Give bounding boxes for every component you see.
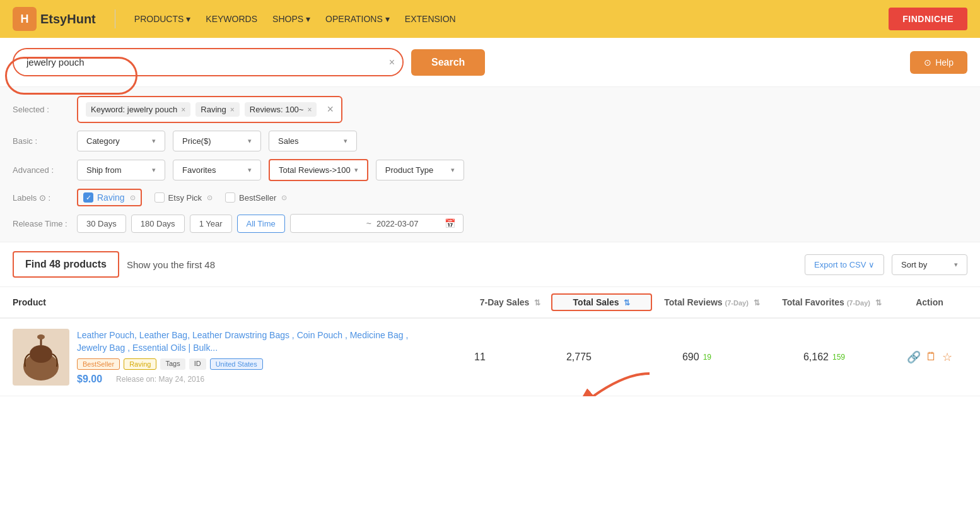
total-sales-sort-icon: ⇅ bbox=[624, 298, 630, 307]
bestseller-label-item: BestSeller ⊙ bbox=[225, 192, 287, 203]
nav-extension[interactable]: EXTENSION bbox=[405, 14, 456, 24]
reviews-badge: 19 bbox=[703, 353, 711, 362]
bestseller-info-icon: ⊙ bbox=[281, 194, 287, 202]
labels-label: Labels ⊙ : bbox=[13, 193, 69, 203]
tag-keyword-close[interactable]: × bbox=[181, 105, 185, 114]
product-action-buttons: 🔗 🗒 ☆ bbox=[892, 350, 967, 364]
favorites-select[interactable]: Favorites ▾ bbox=[173, 160, 261, 180]
release-time-label: Release Time : bbox=[13, 219, 69, 228]
nav-products[interactable]: PRODUCTS ▾ bbox=[134, 14, 191, 24]
etsy-pick-text: Etsy Pick bbox=[168, 193, 202, 203]
raving-label-item: Raving ⊙ bbox=[77, 189, 142, 206]
category-label: Category bbox=[86, 136, 120, 146]
raving-info-icon: ⊙ bbox=[130, 194, 136, 202]
export-csv-button[interactable]: Export to CSV ∨ bbox=[805, 254, 884, 275]
sales-select[interactable]: Sales ▾ bbox=[269, 131, 357, 151]
col-header-total-reviews[interactable]: Total Reviews (7-Day) ⇅ bbox=[652, 297, 772, 307]
favorites-count: 6,162 bbox=[803, 351, 829, 363]
bestseller-checkbox[interactable] bbox=[225, 192, 235, 203]
180days-button[interactable]: 180 Days bbox=[131, 215, 185, 233]
release-time-wrap: 30 Days 180 Days 1 Year All Time ~ 📅 bbox=[77, 214, 464, 233]
total-favorites-sort-icon: ⇅ bbox=[875, 298, 882, 307]
date-tilde: ~ bbox=[366, 218, 371, 228]
tag-keyword-text: Keyword: jewelry pouch bbox=[91, 105, 177, 114]
product-type-select[interactable]: Product Type ▾ bbox=[376, 160, 464, 180]
col-header-total-sales[interactable]: Total Sales ⇅ bbox=[551, 293, 652, 311]
col-header-total-favorites[interactable]: Total Favorites (7-Day) ⇅ bbox=[772, 297, 892, 307]
total-reviews-select[interactable]: Total Reviews->100 ▾ bbox=[269, 159, 368, 181]
logo-icon: H bbox=[13, 7, 37, 31]
sales-label: Sales bbox=[278, 136, 299, 146]
note-icon[interactable]: 🗒 bbox=[926, 350, 937, 364]
labels-row: Labels ⊙ : Raving ⊙ Etsy Pick ⊙ BestSell… bbox=[13, 189, 967, 206]
clear-search-icon[interactable]: × bbox=[389, 57, 395, 68]
total-reviews-arrow: ▾ bbox=[354, 166, 358, 174]
category-select[interactable]: Category ▾ bbox=[77, 131, 165, 151]
1year-button[interactable]: 1 Year bbox=[190, 215, 232, 233]
reviews-count: 690 bbox=[682, 351, 699, 363]
sort-by-select[interactable]: Sort by ▾ bbox=[892, 254, 967, 275]
product-7day-sales: 11 bbox=[439, 351, 521, 363]
product-title[interactable]: Leather Pouch, Leather Bag, Leather Draw… bbox=[77, 329, 431, 354]
ops-arrow: ▾ bbox=[385, 14, 390, 24]
product-tags: BestSeller Raving Tags ID United States bbox=[77, 358, 431, 370]
favorites-badge: 159 bbox=[832, 353, 845, 362]
etsy-pick-checkbox[interactable] bbox=[155, 192, 165, 203]
30days-button[interactable]: 30 Days bbox=[77, 215, 126, 233]
nav-links: PRODUCTS ▾ KEYWORDS SHOPS ▾ OPERATIONS ▾… bbox=[134, 14, 456, 24]
date-to-input[interactable] bbox=[376, 219, 440, 228]
product-image bbox=[16, 332, 66, 382]
tag-bestseller: BestSeller bbox=[77, 358, 120, 370]
results-description: Show you the first 48 bbox=[127, 259, 215, 270]
tag-raving: Raving bbox=[124, 358, 156, 370]
total-reviews-label: Total Reviews->100 bbox=[279, 165, 351, 175]
find-products-button[interactable]: Find 48 products bbox=[13, 251, 119, 278]
product-total-reviews: 690 19 bbox=[637, 351, 757, 363]
sort-by-label: Sort by bbox=[901, 260, 927, 269]
search-input[interactable] bbox=[14, 49, 402, 75]
etsy-pick-info-icon: ⊙ bbox=[207, 194, 213, 202]
price-select[interactable]: Price($) ▾ bbox=[173, 131, 261, 151]
selected-row: Selected : Keyword: jewelry pouch × Ravi… bbox=[13, 96, 967, 123]
help-button[interactable]: ⊙ Help bbox=[910, 51, 967, 74]
calendar-icon[interactable]: 📅 bbox=[445, 218, 455, 228]
tag-id: ID bbox=[189, 358, 206, 370]
search-button[interactable]: Search bbox=[411, 49, 485, 76]
link-icon[interactable]: 🔗 bbox=[907, 350, 921, 364]
date-range-wrap: ~ 📅 bbox=[290, 214, 464, 233]
brand-name: EtsyHunt bbox=[40, 12, 96, 27]
brand-logo[interactable]: H EtsyHunt bbox=[13, 7, 96, 31]
tag-raving-close[interactable]: × bbox=[230, 105, 235, 114]
nav-divider bbox=[115, 9, 115, 28]
selected-tag-reviews: Reviews: 100~ × bbox=[245, 102, 317, 117]
selected-tag-raving: Raving × bbox=[195, 102, 239, 117]
col-header-product: Product bbox=[13, 297, 469, 307]
product-info: Leather Pouch, Leather Bag, Leather Draw… bbox=[77, 329, 431, 384]
nav-keywords[interactable]: KEYWORDS bbox=[206, 14, 257, 24]
tag-reviews-close[interactable]: × bbox=[307, 105, 312, 114]
sort-by-arrow: ▾ bbox=[954, 261, 958, 269]
selected-tag-keyword: Keyword: jewelry pouch × bbox=[86, 102, 190, 117]
ship-from-select[interactable]: Ship from ▾ bbox=[77, 160, 165, 180]
table-row: Leather Pouch, Leather Bag, Leather Draw… bbox=[0, 319, 980, 396]
help-circle-icon: ⊙ bbox=[924, 57, 931, 68]
price-arrow: ▾ bbox=[248, 137, 252, 145]
products-arrow: ▾ bbox=[186, 14, 190, 24]
advanced-row: Advanced : Ship from ▾ Favorites ▾ Total… bbox=[13, 159, 967, 181]
raving-checkbox[interactable] bbox=[83, 192, 93, 203]
star-icon[interactable]: ☆ bbox=[942, 350, 952, 364]
findniche-button[interactable]: FINDNICHE bbox=[889, 8, 967, 30]
product-type-label: Product Type bbox=[385, 165, 433, 175]
svg-point-2 bbox=[30, 345, 52, 363]
results-bar: Find 48 products Show you the first 48 E… bbox=[0, 242, 980, 287]
tags-clear-all-icon[interactable]: × bbox=[327, 103, 334, 116]
bestseller-text: BestSeller bbox=[239, 193, 276, 203]
ship-from-arrow: ▾ bbox=[152, 166, 156, 174]
sales-arrow: ▾ bbox=[344, 137, 347, 145]
raving-text: Raving bbox=[97, 192, 125, 203]
nav-shops[interactable]: SHOPS ▾ bbox=[272, 14, 310, 24]
col-header-7day[interactable]: 7-Day Sales ⇅ bbox=[469, 297, 551, 307]
nav-operations[interactable]: OPERATIONS ▾ bbox=[325, 14, 390, 24]
date-from-input[interactable] bbox=[298, 219, 361, 228]
alltime-button[interactable]: All Time bbox=[237, 215, 285, 233]
